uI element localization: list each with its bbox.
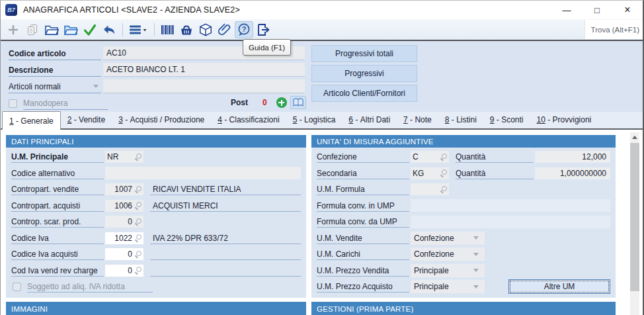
exit-icon[interactable] (254, 21, 272, 38)
vertical-scrollbar[interactable] (630, 132, 639, 315)
progressivi-totali-button[interactable]: Progressivi totali (311, 45, 417, 62)
codice-iva-acquisti-row: Codice Iva acquisti 0 (6, 246, 306, 263)
codice-iva-desc: IVA 22% DPR 633/72 (150, 232, 301, 244)
add-post-icon[interactable] (276, 97, 287, 108)
search-lens-icon[interactable] (134, 154, 141, 161)
unita-misura-header: UNITA' DI MISURA AGGIUNTIVE (311, 135, 616, 148)
um-principale-field[interactable]: NR (105, 151, 143, 163)
tipo-articolo-select[interactable]: Articoli normali (9, 80, 101, 93)
contropart-acquisti-desc: ACQUISTI MERCI (150, 200, 301, 212)
search-lens-icon[interactable] (134, 186, 141, 193)
copy-icon[interactable] (23, 21, 42, 38)
minimize-button[interactable]: — (551, 1, 582, 19)
app-window: B7 ANAGRAFICA ARTICOLI <SLAVE2 - AZIENDA… (0, 0, 644, 315)
secondaria-field[interactable]: KG (411, 167, 449, 179)
post-book-icon[interactable] (290, 96, 306, 109)
dati-principali-header: DATI PRINCIPALI (6, 135, 306, 148)
um-vendite-select[interactable]: Confezione (411, 232, 485, 245)
search-lens-icon[interactable] (440, 154, 447, 161)
search-lens-icon[interactable] (134, 251, 141, 258)
toolbar-separator (122, 23, 123, 36)
search-lens-icon[interactable] (134, 267, 141, 274)
tab-altri-dati[interactable]: 6 - Altri Dati (342, 111, 397, 128)
tab-provvigioni[interactable]: 10 - Provvigioni (530, 111, 598, 128)
attachment-icon[interactable] (216, 21, 234, 38)
menu-icon[interactable] (126, 21, 150, 38)
search-lens-icon[interactable] (134, 234, 141, 242)
search-lens-icon[interactable] (134, 218, 141, 226)
formula-conv-da-ump-row: Formula conv. da UMP (311, 214, 616, 230)
formula-conv-in-ump-field[interactable] (411, 199, 610, 212)
confezione-field[interactable]: C (411, 151, 449, 163)
new-icon[interactable] (4, 21, 22, 38)
progressivi-button[interactable]: Progressivi (311, 65, 417, 82)
codice-iva-row: Codice Iva 1022 IVA 22% DPR 633/72 (6, 230, 306, 247)
maximize-button[interactable]: □ (582, 1, 612, 19)
title-bar: B7 ANAGRAFICA ARTICOLI <SLAVE2 - AZIENDA… (1, 1, 643, 19)
um-carichi-select[interactable]: Confezione (411, 248, 485, 261)
codice-alternativo-field[interactable] (105, 167, 301, 179)
search-lens-icon[interactable] (134, 202, 141, 209)
codice-iva-acquisti-field[interactable]: 0 (105, 248, 143, 260)
confirm-icon[interactable] (81, 21, 99, 38)
contropart-vendite-field[interactable]: 1007 (105, 183, 143, 195)
package-icon[interactable] (196, 21, 215, 38)
secondaria-qty-field[interactable]: 1,000000000 (535, 167, 610, 179)
codice-articolo-label: Codice articolo (9, 47, 101, 60)
tipo-articolo-extra-field[interactable] (103, 79, 305, 93)
scrollbar-thumb[interactable] (630, 143, 639, 291)
um-prezzo-acquisto-select[interactable]: Principale (411, 280, 485, 293)
controp-scar-prod-field[interactable]: 0 (105, 216, 143, 228)
main-toolbar: ? Trova (Alt+F1) (1, 19, 643, 40)
search-lens-icon[interactable] (440, 169, 447, 177)
cod-iva-vend-rev-charge-row: Cod Iva vend rev charge 0 (6, 263, 306, 279)
open-document-icon[interactable] (61, 21, 80, 38)
help-tooltip: Guida (F1) (243, 39, 291, 56)
manodopera-label: Manodopera (23, 97, 108, 110)
um-formula-row: U.M. Formula (311, 181, 616, 198)
codice-iva-field[interactable]: 1022 (105, 232, 143, 244)
tab-classificazioni[interactable]: 4 - Classificazioni (211, 111, 286, 128)
tab-logistica[interactable]: 5 - Logistica (286, 111, 342, 128)
scroll-up-icon[interactable] (630, 132, 639, 142)
help-icon[interactable]: ? (235, 21, 253, 38)
tab-generale[interactable]: 1 - Generale (2, 111, 61, 130)
descrizione-label: Descrizione (9, 64, 101, 77)
close-button[interactable]: × (612, 1, 643, 19)
articolo-clienti-fornitori-button[interactable]: Articolo Clienti/Fornitori (311, 85, 417, 102)
contropart-acquisti-field[interactable]: 1006 (105, 200, 143, 212)
toolbar-separator (154, 23, 155, 36)
tipo-articolo-value: Articoli normali (9, 82, 61, 91)
contropart-acquisti-row: Contropart. acquisti 1006 ACQUISTI MERCI (6, 198, 306, 214)
tab-note[interactable]: 7 - Note (397, 111, 438, 128)
altre-um-button[interactable]: Altre UM (508, 279, 610, 294)
undo-icon[interactable] (100, 21, 118, 38)
formula-conv-da-ump-field[interactable] (411, 216, 610, 228)
tab-vendite[interactable]: 2 - Vendite (61, 111, 112, 128)
find-button[interactable]: Trova (Alt+F1) (584, 20, 643, 39)
um-formula-field[interactable] (411, 183, 449, 195)
soggetto-iva-ridotta-label: Soggetto ad aliq. IVA ridotta (27, 281, 153, 292)
soggetto-iva-ridotta-row: Soggetto ad aliq. IVA ridotta (6, 279, 306, 295)
um-prezzo-vendita-select[interactable]: Principale (411, 264, 485, 277)
basket-icon[interactable] (177, 21, 196, 38)
confezione-row: Confezione C Quantità 12,000 (311, 149, 616, 165)
search-lens-icon[interactable] (440, 186, 447, 193)
chevron-down-icon (93, 85, 99, 88)
contropart-vendite-desc: RICAVI VENDITE ITALIA (150, 183, 301, 195)
barcode-icon[interactable] (158, 21, 177, 38)
tab-bar: 1 - Generale 2 - Vendite 3 - Acquisti / … (1, 112, 643, 130)
descrizione-field[interactable]: ACETO BIANCO LT. 1 (103, 63, 305, 77)
tab-sconti[interactable]: 9 - Sconti (483, 111, 530, 128)
cod-iva-vend-rev-charge-field[interactable]: 0 (105, 265, 143, 277)
formula-conv-in-ump-row: Formula conv. in UMP (311, 198, 616, 214)
tab-acquisti-produzione[interactable]: 3 - Acquisti / Produzione (112, 111, 211, 128)
soggetto-iva-ridotta-checkbox[interactable] (13, 283, 21, 291)
tab-listini[interactable]: 8 - Listini (438, 111, 483, 128)
chevron-down-icon (473, 253, 479, 256)
confezione-qty-field[interactable]: 12,000 (535, 151, 610, 163)
tab-content-generale: DATI PRINCIPALI U.M. Principale NR Codic… (1, 130, 643, 315)
post-label: Post (231, 98, 248, 107)
manodopera-checkbox[interactable] (9, 99, 17, 108)
open-folder-icon[interactable] (42, 21, 61, 38)
